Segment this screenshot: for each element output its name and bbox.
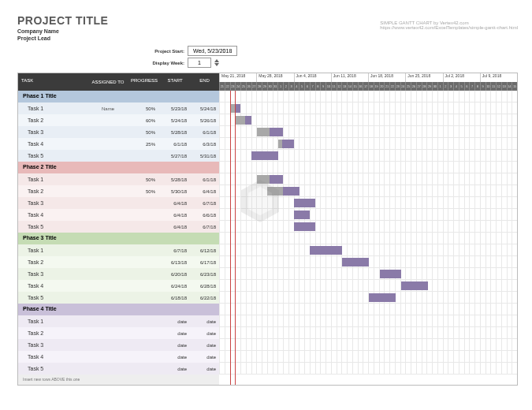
assigned-cell[interactable] bbox=[87, 131, 128, 134]
start-cell[interactable]: 6/4/18 bbox=[160, 220, 190, 234]
spinner-up-icon[interactable] bbox=[214, 59, 219, 62]
attribution: SIMPLE GANTT CHART by Vertex42.com https… bbox=[380, 20, 518, 30]
day-label: 14 bbox=[347, 82, 352, 91]
start-cell[interactable]: 6/18/18 bbox=[160, 291, 190, 305]
end-cell[interactable]: 6/22/18 bbox=[190, 291, 219, 305]
assigned-cell[interactable] bbox=[87, 155, 128, 158]
day-label: 19 bbox=[374, 82, 379, 91]
task-name-cell[interactable]: Task 5 bbox=[18, 148, 87, 163]
task-table: TASK ASSIGNED TO PROGRESS START END Phas… bbox=[18, 73, 219, 385]
table-row[interactable]: Task 56/4/186/7/18 bbox=[18, 221, 219, 233]
spinner-down-icon[interactable] bbox=[214, 63, 219, 66]
gantt-bar-progress bbox=[257, 175, 270, 184]
progress-cell[interactable]: 50% bbox=[128, 184, 160, 199]
gantt-bar[interactable] bbox=[294, 199, 315, 207]
assigned-cell[interactable] bbox=[87, 367, 128, 371]
gantt-bar-progress bbox=[230, 104, 236, 113]
start-cell[interactable]: date bbox=[160, 362, 190, 376]
progress-cell[interactable] bbox=[128, 329, 160, 338]
display-week-spinner[interactable] bbox=[214, 59, 219, 66]
assigned-cell[interactable] bbox=[87, 214, 128, 217]
gantt-bar[interactable] bbox=[294, 211, 310, 219]
day-label: 11 bbox=[490, 82, 496, 91]
day-label: 22 bbox=[225, 82, 230, 91]
start-cell[interactable]: 5/27/18 bbox=[160, 149, 190, 163]
day-label: 11 bbox=[331, 82, 337, 91]
progress-cell[interactable] bbox=[128, 258, 160, 267]
day-label: 3 bbox=[288, 82, 294, 91]
day-label: 25 bbox=[240, 82, 246, 91]
assigned-cell[interactable] bbox=[87, 143, 128, 146]
col-start: START bbox=[160, 73, 190, 91]
assigned-cell[interactable] bbox=[87, 285, 128, 288]
assigned-cell[interactable] bbox=[87, 190, 128, 193]
chart-task-row bbox=[219, 351, 517, 363]
chart-task-row bbox=[219, 150, 517, 162]
display-week-input[interactable]: 1 bbox=[188, 58, 211, 68]
assigned-cell[interactable] bbox=[87, 332, 128, 335]
chart-phase-row bbox=[219, 162, 517, 173]
task-name-cell[interactable]: Task 5 bbox=[18, 219, 87, 234]
progress-cell[interactable] bbox=[128, 151, 160, 161]
chart-phase-row bbox=[219, 91, 517, 102]
day-label: 22 bbox=[389, 82, 395, 91]
progress-cell[interactable] bbox=[128, 364, 160, 374]
table-row[interactable]: Task 56/18/186/22/18 bbox=[18, 292, 219, 304]
assigned-cell[interactable] bbox=[87, 261, 128, 264]
task-name-cell[interactable]: Task 5 bbox=[18, 290, 87, 305]
assigned-cell[interactable] bbox=[87, 356, 128, 359]
gantt-bar[interactable] bbox=[251, 151, 278, 160]
progress-cell[interactable] bbox=[128, 246, 160, 255]
day-label: 10 bbox=[326, 82, 331, 91]
progress-cell[interactable] bbox=[128, 199, 160, 208]
project-start-input[interactable]: Wed, 5/23/2018 bbox=[188, 46, 237, 56]
day-label: 16 bbox=[358, 82, 363, 91]
progress-cell[interactable]: 25% bbox=[128, 137, 160, 151]
progress-cell[interactable] bbox=[128, 222, 160, 232]
assigned-cell[interactable] bbox=[87, 273, 128, 276]
progress-cell[interactable] bbox=[128, 211, 160, 220]
assigned-cell[interactable] bbox=[87, 202, 128, 205]
day-label: 9 bbox=[480, 82, 485, 91]
task-name-cell[interactable]: Task 5 bbox=[18, 361, 87, 376]
day-label: 6 bbox=[304, 82, 310, 91]
gantt-bar[interactable] bbox=[310, 246, 342, 255]
assigned-cell[interactable] bbox=[87, 249, 128, 252]
progress-cell[interactable] bbox=[128, 270, 160, 279]
day-label: 21 bbox=[384, 82, 389, 91]
assigned-cell[interactable] bbox=[87, 226, 128, 229]
end-cell[interactable]: 6/7/18 bbox=[190, 220, 219, 234]
day-label: 13 bbox=[501, 82, 507, 91]
assigned-cell[interactable] bbox=[87, 178, 128, 181]
assigned-cell[interactable]: Name bbox=[87, 105, 128, 113]
table-row[interactable]: Task 5datedate bbox=[18, 363, 219, 375]
display-week-label: Display Week: bbox=[136, 61, 184, 65]
end-cell[interactable]: date bbox=[190, 362, 219, 376]
attribution-line-2: https://www.vertex42.com/ExcelTemplates/… bbox=[380, 25, 518, 30]
gantt-bar[interactable] bbox=[342, 258, 369, 266]
day-label: 7 bbox=[310, 82, 315, 91]
assigned-cell[interactable] bbox=[87, 119, 128, 122]
chart-task-row bbox=[219, 363, 517, 375]
gantt-bar[interactable] bbox=[369, 293, 396, 302]
week-label: Jun 18, 2018 bbox=[368, 73, 405, 82]
day-label: 9 bbox=[320, 82, 326, 91]
progress-cell[interactable] bbox=[128, 317, 160, 326]
table-row[interactable]: Task 55/27/185/31/18 bbox=[18, 150, 219, 162]
gantt-chart: May 21, 2018May 28, 2018Jun 4, 2018Jun 1… bbox=[219, 73, 517, 385]
assigned-cell[interactable] bbox=[87, 344, 128, 347]
day-label: 23 bbox=[230, 82, 236, 91]
progress-cell[interactable] bbox=[128, 293, 160, 303]
progress-cell[interactable] bbox=[128, 341, 160, 350]
gantt-bar[interactable] bbox=[294, 222, 315, 231]
gantt-bar-progress bbox=[267, 187, 283, 196]
assigned-cell[interactable] bbox=[87, 296, 128, 300]
gantt-bar[interactable] bbox=[401, 281, 428, 290]
chart-task-row bbox=[219, 339, 517, 351]
gantt-bar[interactable] bbox=[380, 270, 401, 278]
day-label: 21 bbox=[219, 82, 225, 91]
end-cell[interactable]: 5/31/18 bbox=[190, 149, 219, 163]
progress-cell[interactable] bbox=[128, 281, 160, 291]
progress-cell[interactable] bbox=[128, 352, 160, 362]
assigned-cell[interactable] bbox=[87, 320, 128, 323]
